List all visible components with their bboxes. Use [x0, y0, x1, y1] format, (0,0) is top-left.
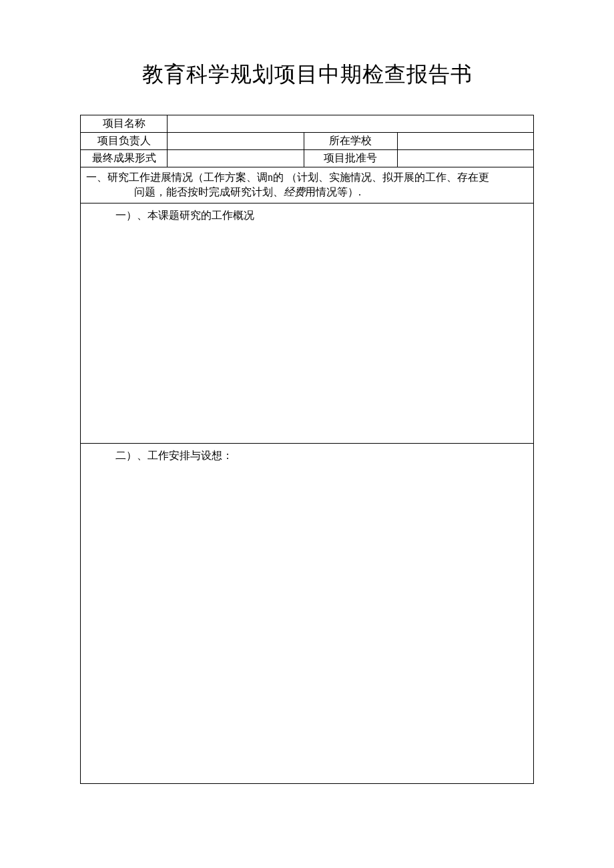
approval-no-value	[397, 150, 534, 167]
section1-sub2-label: 二）、工作安排与设想：	[89, 449, 525, 463]
project-leader-value	[168, 133, 304, 150]
section1-sub2-cell: 二）、工作安排与设想：	[81, 443, 534, 783]
school-label: 所在学校	[304, 133, 397, 150]
row-section1-sub1: 一）、本课题研究的工作概况	[81, 203, 534, 443]
school-value	[397, 133, 534, 150]
row-section1-header: 一、研究工作进展情况（工作方案、调n的 （计划、实施情况、拟开展的工作、存在更 …	[81, 167, 534, 203]
project-name-label: 项目名称	[81, 115, 168, 133]
section1-header-line2-prefix: 问题，能否按时完成研究计划、	[134, 186, 284, 197]
section1-sub1-label: 一）、本课题研究的工作概况	[89, 209, 525, 223]
project-leader-label: 项目负责人	[81, 133, 168, 150]
section1-sub1-cell: 一）、本课题研究的工作概况	[81, 203, 534, 443]
row-project-name: 项目名称	[81, 115, 534, 133]
result-form-value	[168, 150, 304, 167]
approval-no-label: 项目批准号	[304, 150, 397, 167]
section1-header-line2-suffix: 用情况等）.	[305, 186, 361, 197]
row-section1-sub2: 二）、工作安排与设想：	[81, 443, 534, 783]
project-name-value	[168, 115, 534, 133]
document-title: 教育科学规划项目中期检查报告书	[80, 60, 534, 89]
section1-header-part1: 一、研究工作进展情况（工作方案、调n的	[86, 171, 284, 183]
result-form-label: 最终成果形式	[81, 150, 168, 167]
row-result-form: 最终成果形式 项目批准号	[81, 150, 534, 167]
form-table: 项目名称 项目负责人 所在学校 最终成果形式 项目批准号 一、研究工作进展情况（…	[80, 115, 534, 784]
row-project-leader: 项目负责人 所在学校	[81, 133, 534, 150]
section1-header-part2: （计划、实施情况、拟开展的工作、存在更	[286, 171, 489, 183]
section1-header-line2-italic: 经费	[284, 186, 305, 197]
section1-header: 一、研究工作进展情况（工作方案、调n的 （计划、实施情况、拟开展的工作、存在更 …	[81, 167, 534, 203]
